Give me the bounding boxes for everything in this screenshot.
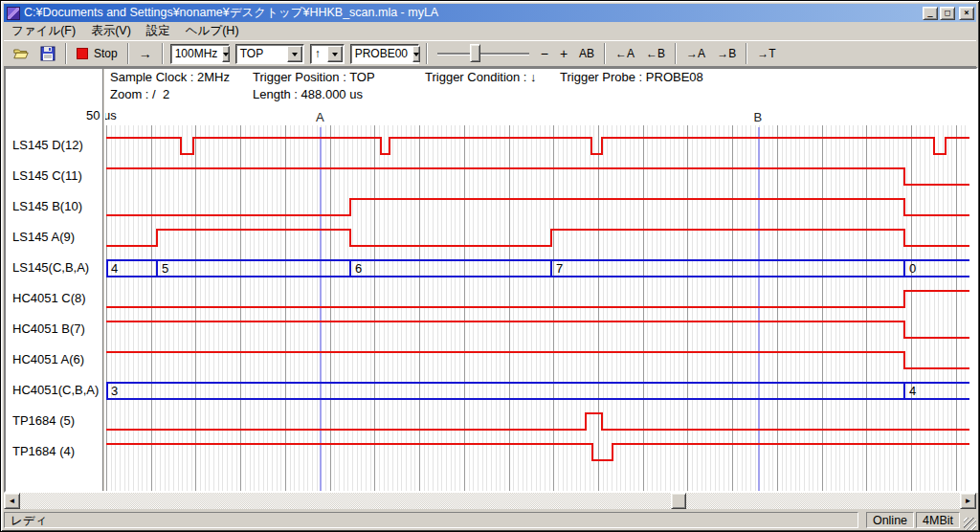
trigger-condition-info: Trigger Condition : ↓	[425, 70, 537, 84]
set-cursor-a-button[interactable]: ←A	[610, 42, 640, 65]
toolbar-separator	[127, 43, 129, 64]
trace-LS145 C(11)	[106, 168, 969, 185]
toolbar-separator	[65, 43, 67, 64]
channel-label: LS145 D(12)	[12, 137, 83, 154]
ab-range-button[interactable]: AB	[573, 42, 600, 65]
bus-value: 0	[909, 261, 916, 276]
statusbar: レディ Online 4MBit	[4, 510, 976, 530]
toolbar: Stop → 100MHz TOP ↑ PROBE00 − + AB ←A	[4, 40, 976, 67]
sample-clock-info: Sample Clock : 2MHz	[110, 70, 230, 84]
status-message: レディ	[4, 512, 858, 528]
zoom-in-button[interactable]: +	[554, 42, 573, 65]
zoom-slider[interactable]	[437, 43, 529, 64]
zoom-slider-track	[437, 53, 529, 55]
save-file-button[interactable]	[34, 42, 61, 65]
bus-value: 4	[111, 261, 118, 276]
status-memory: 4MBit	[916, 512, 960, 528]
menu-view[interactable]: 表示(V)	[83, 21, 139, 41]
waveform-plot: 4567034	[106, 125, 969, 491]
titlebar[interactable]: C:¥Documents and Settings¥noname¥デスクトップ¥…	[4, 4, 976, 22]
bus-value: 7	[556, 261, 563, 276]
toolbar-separator	[746, 43, 747, 64]
bus-HC4051(C,B,A): 34	[106, 383, 969, 399]
zoom-out-button[interactable]: −	[535, 42, 554, 65]
channel-label: HC4051 B(7)	[12, 321, 85, 338]
channel-label: HC4051 C(8)	[12, 290, 86, 307]
menu-file[interactable]: ファイル(F)	[4, 21, 83, 41]
trace-LS145 A(9)	[106, 230, 969, 246]
trace-LS145 D(12)	[106, 138, 969, 154]
trigger-probe-combo[interactable]: PROBE00	[350, 44, 419, 64]
channel-label: LS145(C,B,A)	[12, 259, 89, 277]
cursor-A-label: A	[316, 110, 324, 124]
channel-label: LS145 B(10)	[12, 198, 82, 215]
trace-LS145 B(10)	[106, 199, 969, 215]
panel-divider[interactable]	[102, 69, 105, 491]
trigger-probe-value: PROBE00	[351, 47, 412, 60]
stop-button[interactable]: Stop	[71, 42, 123, 65]
toolbar-separator	[426, 43, 428, 64]
chevron-down-icon[interactable]	[287, 46, 302, 62]
trigger-position-value: TOP	[236, 47, 286, 60]
menu-settings[interactable]: 設定	[139, 21, 178, 41]
app-window: C:¥Documents and Settings¥noname¥デスクトップ¥…	[0, 0, 980, 532]
channel-label: LS145 A(9)	[12, 229, 75, 246]
trace-HC4051 B(7)	[106, 321, 969, 338]
save-floppy-icon	[40, 46, 56, 61]
zoom-info: Zoom : / 2	[110, 87, 169, 101]
scroll-right-icon[interactable]: ►	[960, 493, 976, 509]
bus-value: 5	[162, 261, 168, 276]
channel-label: LS145 C(11)	[12, 167, 82, 185]
resize-grip[interactable]	[964, 518, 976, 530]
goto-trigger-button[interactable]: →T	[751, 42, 781, 65]
menu-help[interactable]: ヘルプ(H)	[178, 21, 247, 41]
menubar: ファイル(F) 表示(V) 設定 ヘルプ(H)	[4, 22, 976, 40]
zoom-slider-thumb[interactable]	[470, 44, 480, 62]
bus-value: 3	[111, 384, 118, 398]
trigger-edge-value: ↑	[311, 47, 326, 60]
trigger-edge-combo[interactable]: ↑	[310, 44, 345, 64]
maximize-button[interactable]: □	[940, 7, 955, 20]
stop-label: Stop	[94, 47, 118, 60]
minimize-button[interactable]: _	[923, 7, 938, 20]
open-folder-icon	[13, 46, 29, 61]
channel-label: TP1684 (4)	[12, 443, 75, 460]
close-button[interactable]: ×	[959, 7, 974, 20]
trigger-position-info: Trigger Position : TOP	[253, 70, 375, 84]
sample-clock-value: 100MHz	[171, 47, 222, 60]
scroll-left-icon[interactable]: ◄	[4, 493, 20, 509]
stop-icon	[77, 48, 88, 59]
chevron-down-icon[interactable]	[327, 46, 343, 62]
bus-value: 6	[355, 261, 362, 276]
chevron-down-icon[interactable]	[412, 46, 420, 62]
run-single-button[interactable]: →	[133, 42, 158, 65]
window-title: C:¥Documents and Settings¥noname¥デスクトップ¥…	[24, 5, 921, 21]
goto-cursor-a-button[interactable]: →A	[680, 42, 711, 65]
toolbar-separator	[604, 43, 606, 64]
app-icon	[7, 7, 20, 20]
sample-clock-combo[interactable]: 100MHz	[170, 44, 230, 64]
cursor-labels: AB	[106, 110, 969, 125]
channel-label: HC4051(C,B,A)	[12, 382, 99, 399]
channel-label: TP1684 (5)	[12, 412, 75, 430]
cursor-B-label: B	[754, 110, 763, 124]
toolbar-separator	[162, 43, 164, 64]
trace-HC4051 A(6)	[106, 352, 969, 368]
toolbar-separator	[675, 43, 677, 64]
open-file-button[interactable]	[8, 42, 34, 65]
goto-cursor-b-button[interactable]: →B	[711, 42, 742, 65]
trace-HC4051 C(8)	[106, 291, 969, 307]
scrollbar-thumb[interactable]	[671, 493, 686, 509]
channel-label: HC4051 A(6)	[12, 351, 84, 368]
set-cursor-b-button[interactable]: ←B	[640, 42, 671, 65]
length-info: Length : 488.000 us	[253, 87, 363, 101]
bus-LS145(C,B,A): 45670	[106, 260, 969, 277]
status-online: Online	[866, 512, 914, 528]
horizontal-scrollbar[interactable]: ◄ ►	[4, 493, 976, 509]
channel-label-panel: LS145 D(12)LS145 C(11)LS145 B(10)LS145 A…	[8, 125, 102, 491]
bus-value: 4	[909, 384, 916, 398]
trigger-probe-info: Trigger Probe : PROBE08	[560, 70, 703, 84]
trigger-position-combo[interactable]: TOP	[235, 44, 304, 64]
chevron-down-icon[interactable]	[222, 46, 230, 62]
trace-TP1684 (5)	[106, 413, 969, 430]
